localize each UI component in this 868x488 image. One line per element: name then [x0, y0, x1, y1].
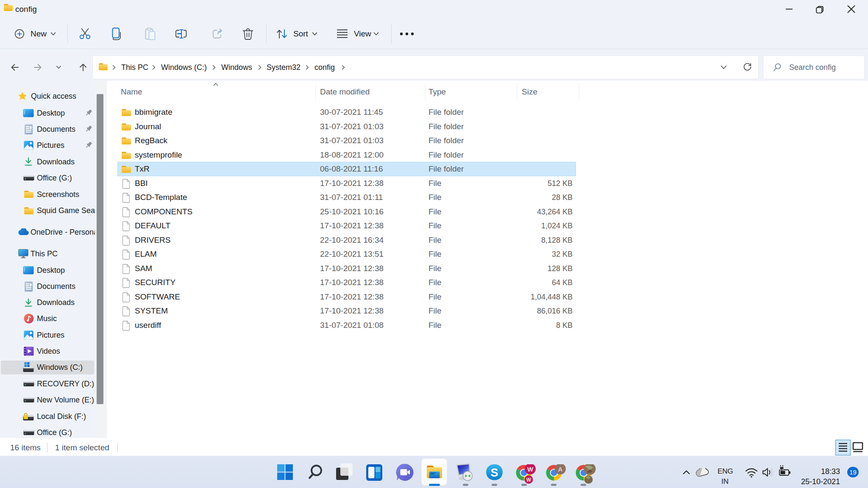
svg-text:W: W: [526, 477, 531, 483]
svg-text:W: W: [527, 466, 534, 473]
svg-text:A: A: [558, 466, 563, 473]
svg-text:S: S: [490, 466, 498, 479]
